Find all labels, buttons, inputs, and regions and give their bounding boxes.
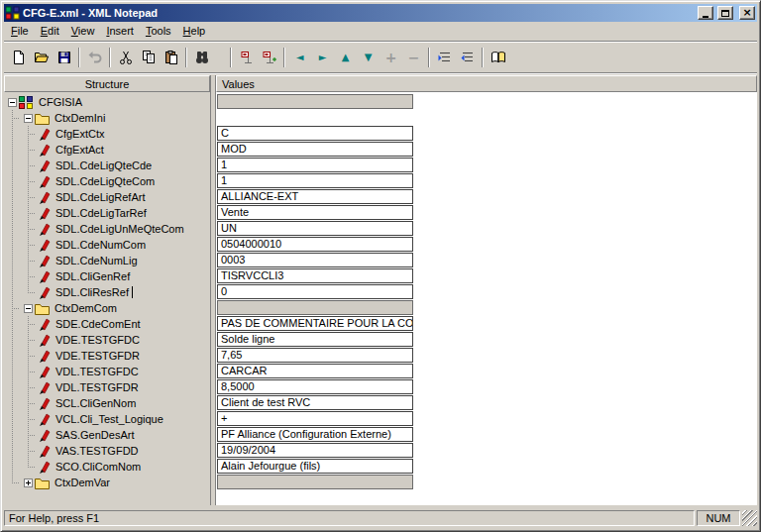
- value-cell[interactable]: TISRVCCLI3: [217, 268, 413, 283]
- menu-tools[interactable]: Tools: [140, 23, 177, 40]
- value-cell[interactable]: Vente: [217, 205, 413, 220]
- tree-guide: [4, 443, 20, 459]
- value-row: 1: [217, 173, 757, 189]
- delete-node-button[interactable]: −: [402, 47, 425, 68]
- tree-row[interactable]: SDL.CdeNumLig: [4, 253, 210, 268]
- move-down-button[interactable]: ▼: [357, 47, 380, 68]
- value-row: 0: [217, 284, 757, 300]
- minimize-button[interactable]: [698, 6, 713, 20]
- cut-button[interactable]: [114, 47, 137, 68]
- insert-node-button[interactable]: +: [380, 47, 402, 68]
- value-cell[interactable]: 0: [217, 284, 413, 299]
- paste-button[interactable]: [160, 47, 182, 68]
- value-cell[interactable]: 0504000010: [217, 237, 413, 252]
- tree-row[interactable]: SCO.CliComNom: [4, 459, 210, 475]
- value-cell[interactable]: 0003: [217, 253, 413, 267]
- tree-guide: [20, 205, 36, 221]
- close-button[interactable]: ×: [739, 6, 755, 20]
- tree-row[interactable]: VCL.Cli_Test_Logique: [4, 411, 210, 427]
- menu-help[interactable]: Help: [177, 23, 212, 40]
- element-icon: [38, 428, 51, 442]
- tree-row[interactable]: CtxDemIni: [4, 110, 210, 126]
- tree-expander[interactable]: [24, 114, 33, 123]
- xml-notepad-app-icon: [6, 6, 20, 20]
- menu-file[interactable]: File: [5, 23, 35, 40]
- element-icon: [38, 365, 51, 378]
- open-file-button[interactable]: [30, 47, 53, 68]
- copy-button[interactable]: [137, 47, 160, 68]
- tree-row[interactable]: SDL.CdeLigQteCom: [4, 173, 210, 189]
- tree-row[interactable]: SDL.CdeLigUnMeQteCom: [4, 221, 210, 237]
- value-cell[interactable]: PAS DE COMMENTAIRE POUR LA CO...: [217, 316, 413, 331]
- tree-row[interactable]: SDL.CliResRef: [4, 284, 210, 300]
- tree-row[interactable]: VDE.TESTGFDR: [4, 348, 210, 364]
- expand-all-button[interactable]: [433, 47, 456, 68]
- tree-row[interactable]: VDE.TESTGFDC: [4, 332, 210, 348]
- value-cell[interactable]: CARCAR: [217, 364, 413, 378]
- tree-guide: [4, 475, 20, 490]
- maximize-button[interactable]: [717, 6, 733, 20]
- undo-button[interactable]: [83, 47, 106, 68]
- tree-row[interactable]: VDL.TESTGFDR: [4, 379, 210, 395]
- move-right-button[interactable]: ►: [311, 47, 334, 68]
- value-cell[interactable]: 1: [217, 158, 413, 172]
- tree-row[interactable]: SDL.CliGenRef: [4, 268, 210, 284]
- tree-row[interactable]: SDL.CdeLigQteCde: [4, 158, 210, 173]
- help-button[interactable]: [487, 47, 509, 68]
- tree-expander[interactable]: [24, 304, 33, 313]
- tree-row[interactable]: SDL.CdeNumCom: [4, 237, 210, 253]
- tree-row[interactable]: CtxDemCom: [4, 300, 210, 316]
- tree-row[interactable]: CfgExtAct: [4, 142, 210, 158]
- tree-node-label: VDE.TESTGFDC: [54, 334, 142, 346]
- tree-expander[interactable]: [24, 479, 33, 487]
- element-icon: [38, 396, 51, 410]
- value-cell[interactable]: 7,65: [217, 348, 413, 363]
- resize-grip[interactable]: [742, 510, 757, 526]
- value-cell[interactable]: MOD: [217, 142, 413, 157]
- value-cell[interactable]: Solde ligne: [217, 332, 413, 347]
- menu-view[interactable]: View: [65, 23, 101, 40]
- find-button[interactable]: [190, 47, 213, 68]
- tree-row[interactable]: SDL.CdeLigRefArt: [4, 189, 210, 205]
- value-cell[interactable]: C: [217, 126, 413, 141]
- container-value-cell: [217, 94, 413, 109]
- move-left-button[interactable]: ◄: [288, 47, 311, 68]
- value-cell[interactable]: UN: [217, 221, 413, 236]
- tree-row[interactable]: VAS.TESTGFDD: [4, 443, 210, 459]
- tree-expander[interactable]: [8, 98, 17, 107]
- value-cell[interactable]: 19/09/2004: [217, 443, 413, 458]
- tree-row[interactable]: SCL.CliGenNom: [4, 395, 210, 411]
- tree-row[interactable]: CtxDemVar: [4, 475, 210, 490]
- new-document-button[interactable]: [7, 47, 30, 68]
- tree-guide: [20, 411, 36, 427]
- value-cell[interactable]: PF Alliance (Configuration Externe): [217, 427, 413, 442]
- tree-row[interactable]: CfgExtCtx: [4, 126, 210, 142]
- tree-guide: [20, 284, 36, 300]
- status-message: For Help, press F1: [4, 510, 695, 526]
- tree-row[interactable]: SAS.GenDesArt: [4, 427, 210, 443]
- value-cell[interactable]: Client de test RVC: [217, 395, 413, 410]
- flag-1-button[interactable]: [235, 47, 258, 68]
- tree-row[interactable]: SDE.CdeComEnt: [4, 316, 210, 332]
- value-cell[interactable]: 8,5000: [217, 379, 413, 394]
- tree-row[interactable]: VDL.TESTGFDC: [4, 364, 210, 379]
- value-cell[interactable]: +: [217, 411, 413, 426]
- value-cell[interactable]: Alain Jefourgue (fils): [217, 459, 413, 474]
- tree-row[interactable]: CFGISIA: [4, 94, 210, 110]
- menu-edit[interactable]: Edit: [35, 23, 65, 40]
- tree-guide: [4, 142, 20, 158]
- value-cell[interactable]: ALLIANCE-EXT: [217, 189, 413, 204]
- value-cell[interactable]: 1: [217, 173, 413, 188]
- menu-insert[interactable]: Insert: [100, 23, 140, 40]
- container-value-cell: [217, 300, 413, 315]
- move-up-button[interactable]: ▲: [334, 47, 357, 68]
- tree-row[interactable]: SDL.CdeLigTarRef: [4, 205, 210, 221]
- values-header: Values: [216, 75, 757, 92]
- collapse-all-button[interactable]: [456, 47, 479, 68]
- value-row: [217, 94, 757, 110]
- save-file-button[interactable]: [53, 47, 75, 68]
- element-icon: [38, 317, 51, 331]
- paste-icon: [163, 50, 179, 65]
- flag-2-button[interactable]: [258, 47, 280, 68]
- window-title: CFG-E.xml - XML Notepad: [23, 7, 694, 19]
